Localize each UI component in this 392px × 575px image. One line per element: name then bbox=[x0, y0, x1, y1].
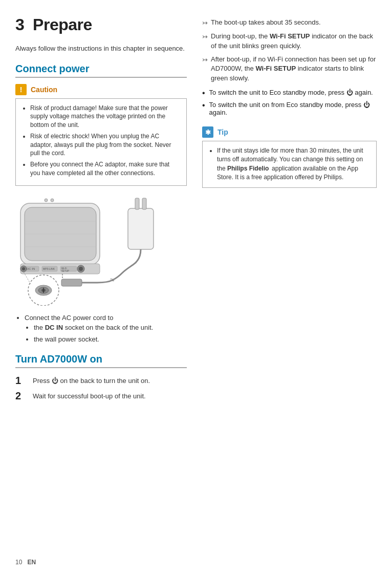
language-label: EN bbox=[27, 559, 36, 566]
boot-bullets: ↣ The boot-up takes about 35 seconds. ↣ … bbox=[202, 15, 377, 83]
caution-item-3: Before you connect the AC adaptor, make … bbox=[30, 160, 180, 178]
bullet-icon-2: • bbox=[202, 101, 205, 110]
svg-point-18 bbox=[79, 267, 83, 271]
standby-bullet-1: • To switch the unit to Eco standby mode… bbox=[202, 89, 377, 97]
svg-text:≈: ≈ bbox=[110, 275, 115, 284]
standby-bullets: • To switch the unit to Eco standby mode… bbox=[202, 89, 377, 116]
chapter-title: Prepare bbox=[33, 15, 92, 34]
caution-icon: ! bbox=[15, 84, 27, 95]
arrow-icon-2: ↣ bbox=[202, 32, 208, 42]
chapter-heading: 3 Prepare bbox=[15, 15, 187, 34]
tip-icon: ✱ bbox=[202, 126, 213, 138]
step-1-number: 1 bbox=[15, 374, 30, 387]
caution-label: Caution bbox=[31, 86, 57, 94]
svg-point-5 bbox=[45, 199, 48, 202]
chapter-number: 3 bbox=[15, 15, 24, 34]
caution-list: Risk of product damage! Make sure that t… bbox=[22, 104, 180, 178]
svg-point-11 bbox=[22, 267, 25, 270]
caution-box: Risk of product damage! Make sure that t… bbox=[15, 98, 187, 186]
connect-power-heading: Connect power bbox=[15, 63, 187, 78]
step-2: 2 Wait for successful boot-up of the uni… bbox=[15, 390, 187, 402]
step-1-text: Press ⏻ on the back to turn the unit on. bbox=[33, 374, 150, 387]
svg-rect-25 bbox=[135, 198, 139, 209]
svg-rect-24 bbox=[128, 208, 154, 249]
tip-header: ✱ Tip bbox=[202, 126, 377, 138]
connect-main-item: Connect the AC power cord to the DC IN s… bbox=[25, 313, 187, 345]
arrow-icon-3: ↣ bbox=[202, 55, 208, 65]
connect-sub-item-2: the wall power socket. bbox=[34, 334, 187, 345]
svg-rect-26 bbox=[142, 198, 146, 209]
step-2-text: Wait for successful boot-up of the unit. bbox=[33, 390, 146, 402]
device-illustration: DC IN MP3-LINK Wi-Fi SETUP bbox=[15, 193, 169, 306]
tip-item-1: If the unit stays idle for more than 30 … bbox=[217, 146, 370, 182]
tip-box: If the unit stays idle for more than 30 … bbox=[202, 141, 377, 188]
footer: 10 EN bbox=[15, 559, 36, 566]
connect-sub-item-1: the DC IN socket on the back of the unit… bbox=[34, 323, 187, 333]
boot-bullet-1: ↣ The boot-up takes about 35 seconds. bbox=[202, 18, 377, 28]
svg-text:DC IN: DC IN bbox=[27, 267, 35, 270]
intro-text: Always follow the instructions in this c… bbox=[15, 44, 187, 54]
page-number: 10 bbox=[15, 559, 22, 566]
boot-bullet-2: ↣ During boot-up, the Wi-Fi SETUP indica… bbox=[202, 32, 377, 51]
step-2-number: 2 bbox=[15, 390, 30, 402]
svg-text:SETUP: SETUP bbox=[61, 270, 69, 272]
connect-instructions: Connect the AC power cord to the DC IN s… bbox=[15, 313, 187, 345]
caution-item-1: Risk of product damage! Make sure that t… bbox=[30, 104, 180, 130]
svg-rect-27 bbox=[61, 279, 82, 286]
arrow-icon-1: ↣ bbox=[202, 18, 208, 28]
bullet-icon-1: • bbox=[202, 89, 205, 97]
turn-on-heading: Turn AD7000W on bbox=[15, 353, 187, 368]
svg-point-6 bbox=[51, 199, 54, 202]
caution-header: ! Caution bbox=[15, 84, 187, 95]
svg-text:MP3-LINK: MP3-LINK bbox=[43, 267, 55, 270]
step-1: 1 Press ⏻ on the back to turn the unit o… bbox=[15, 374, 187, 387]
tip-label: Tip bbox=[217, 128, 228, 136]
standby-bullet-2: • To switch the unit on from Eco standby… bbox=[202, 101, 377, 116]
caution-item-2: Risk of electric shock! When you unplug … bbox=[30, 132, 180, 158]
boot-bullet-3: ↣ After boot-up, if no Wi-Fi connection … bbox=[202, 55, 377, 84]
